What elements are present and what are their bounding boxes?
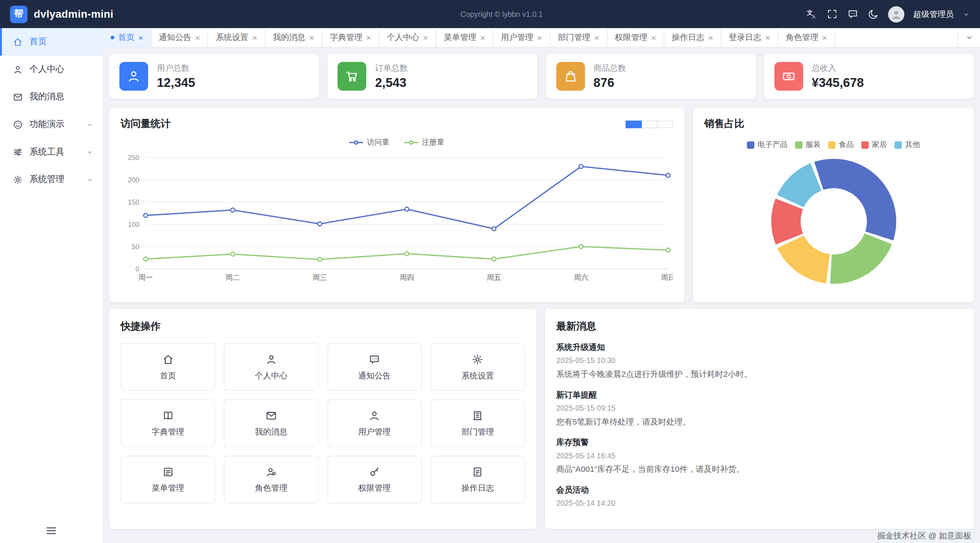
- tab[interactable]: 操作日志 ×: [664, 28, 721, 47]
- quick-action-tile[interactable]: 通知公告: [327, 343, 422, 391]
- tab[interactable]: 权限管理 ×: [607, 28, 664, 47]
- svg-text:周日: 周日: [661, 273, 673, 281]
- pie-legend-swatch: [795, 141, 803, 149]
- sales-pie-card: 销售占比 电子产品 服装 食: [693, 108, 974, 303]
- tab[interactable]: 通知公告 ×: [151, 28, 208, 47]
- pie-legend-item[interactable]: 服装: [795, 140, 821, 150]
- quick-action-tile[interactable]: 个人中心: [224, 343, 318, 391]
- tab[interactable]: 字典管理 ×: [322, 28, 379, 47]
- quick-action-label: 通知公告: [358, 370, 391, 381]
- tab-close-icon[interactable]: ×: [822, 33, 827, 42]
- range-button[interactable]: [626, 120, 642, 128]
- sidebar-menu: 首页 个人中心 我的消息 功能演示: [0, 28, 103, 193]
- quick-action-tile[interactable]: 菜单管理: [121, 456, 215, 503]
- tab[interactable]: 我的消息 ×: [265, 28, 322, 47]
- sidebar-item[interactable]: 系统管理: [0, 166, 103, 193]
- message-content: 系统将于今晚凌晨2点进行升级维护，预计耗时2小时。: [556, 369, 963, 380]
- tab-close-icon[interactable]: ×: [366, 33, 371, 42]
- sidebar-item-label: 首页: [29, 36, 47, 47]
- tab[interactable]: 部门管理 ×: [550, 28, 607, 47]
- stat-label: 订单总数: [375, 63, 408, 74]
- avatar[interactable]: [888, 6, 904, 22]
- visits-chart-title: 访问量统计: [121, 118, 171, 131]
- tab-close-icon[interactable]: ×: [651, 33, 656, 42]
- tab-close-icon[interactable]: ×: [309, 33, 314, 42]
- range-button[interactable]: [657, 120, 673, 128]
- tab-label: 系统设置: [216, 32, 248, 43]
- sidebar-item[interactable]: 功能演示: [0, 111, 103, 138]
- pie-legend-label: 电子产品: [757, 140, 787, 150]
- quick-action-tile[interactable]: 部门管理: [431, 400, 525, 447]
- pie-legend-item[interactable]: 家居: [861, 140, 887, 150]
- tab[interactable]: 登录日志 ×: [721, 28, 778, 47]
- tab[interactable]: 角色管理 ×: [778, 28, 835, 47]
- range-button[interactable]: [642, 120, 658, 128]
- quick-action-icon: [161, 465, 174, 478]
- sidebar-item[interactable]: 首页: [0, 28, 103, 56]
- quick-action-icon: [471, 465, 484, 478]
- tab-label: 部门管理: [558, 32, 591, 43]
- svg-text:周三: 周三: [313, 273, 327, 281]
- quick-action-tile[interactable]: 用户管理: [327, 400, 422, 447]
- quick-action-tile[interactable]: 首页: [121, 343, 215, 391]
- message-item: 会员活动 2025-05-14 14:20: [556, 485, 963, 508]
- tab-close-icon[interactable]: ×: [138, 33, 143, 42]
- copyright-text: Copyright © lybbn v1.0.1: [198, 10, 806, 18]
- tab[interactable]: 个人中心 ×: [379, 28, 436, 47]
- sidebar-collapse-button[interactable]: [45, 525, 58, 537]
- tab[interactable]: 首页 ×: [103, 28, 151, 47]
- tab-close-icon[interactable]: ×: [195, 33, 200, 42]
- sidebar-item[interactable]: 系统工具: [0, 138, 103, 166]
- sidebar-item[interactable]: 我的消息: [0, 83, 103, 111]
- tab-label: 通知公告: [159, 32, 191, 43]
- tab[interactable]: 菜单管理 ×: [436, 28, 493, 47]
- quick-action-tile[interactable]: 操作日志: [431, 456, 525, 503]
- svg-text:200: 200: [128, 176, 140, 184]
- active-tab-dot: [111, 36, 115, 40]
- tab-close-icon[interactable]: ×: [480, 33, 485, 42]
- translate-icon[interactable]: 文A: [805, 8, 817, 20]
- pie-legend-label: 食品: [839, 140, 854, 150]
- tab-close-icon[interactable]: ×: [765, 33, 770, 42]
- legend-item[interactable]: 访问量: [349, 137, 389, 148]
- pie-legend-item[interactable]: 食品: [828, 140, 854, 150]
- quick-action-icon: [161, 353, 174, 366]
- sidebar-item[interactable]: 个人中心: [0, 56, 103, 83]
- message-title: 会员活动: [556, 485, 963, 496]
- tab-close-icon[interactable]: ×: [423, 33, 428, 42]
- stat-value: 12,345: [157, 76, 195, 90]
- quick-action-tile[interactable]: 角色管理: [224, 456, 318, 503]
- dark-mode-moon-icon[interactable]: [867, 8, 879, 20]
- sidebar-item-label: 系统管理: [29, 174, 64, 185]
- chevron-down-icon[interactable]: [962, 10, 970, 18]
- message-bubble-icon[interactable]: [847, 8, 859, 20]
- user-name[interactable]: 超级管理员: [913, 8, 954, 20]
- tab[interactable]: 系统设置 ×: [208, 28, 265, 47]
- stat-card: 订单总数 2,543: [328, 54, 537, 99]
- legend-item[interactable]: 注册量: [404, 137, 444, 148]
- tab-close-icon[interactable]: ×: [708, 33, 713, 42]
- tab-close-icon[interactable]: ×: [594, 33, 599, 42]
- app-root: 帮 dvlyadmin-mini Copyright © lybbn v1.0.…: [0, 0, 980, 543]
- svg-text:250: 250: [128, 154, 140, 162]
- svg-text:100: 100: [128, 221, 140, 228]
- quick-action-tile[interactable]: 权限管理: [327, 456, 422, 503]
- sidebar-item-icon: [13, 119, 23, 130]
- quick-action-tile[interactable]: 系统设置: [431, 343, 525, 391]
- quick-action-tile[interactable]: 字典管理: [121, 400, 215, 447]
- sidebar-item-label: 系统工具: [29, 146, 64, 157]
- pie-legend-item[interactable]: 其他: [894, 140, 920, 150]
- tab-more-dropdown-button[interactable]: [957, 28, 980, 47]
- quick-action-label: 个人中心: [255, 370, 288, 381]
- pie-legend-item[interactable]: 电子产品: [747, 140, 788, 150]
- tab-bar: 首页 × 通知公告 × 系统设置 × 我的消息: [103, 28, 980, 47]
- sidebar-item-label: 功能演示: [29, 119, 64, 130]
- tab-close-icon[interactable]: ×: [252, 33, 257, 42]
- quick-action-tile[interactable]: 我的消息: [224, 400, 318, 447]
- fullscreen-icon[interactable]: [826, 8, 838, 20]
- tab[interactable]: 用户管理 ×: [493, 28, 550, 47]
- visits-line-chart: 050100150200250周一周二周三周四周五周六周日: [121, 150, 673, 293]
- tab-close-icon[interactable]: ×: [537, 33, 542, 42]
- dashboard-content: 用户总数 12,345 订单总数 2,543: [103, 48, 980, 543]
- stat-value: ¥345,678: [812, 76, 864, 90]
